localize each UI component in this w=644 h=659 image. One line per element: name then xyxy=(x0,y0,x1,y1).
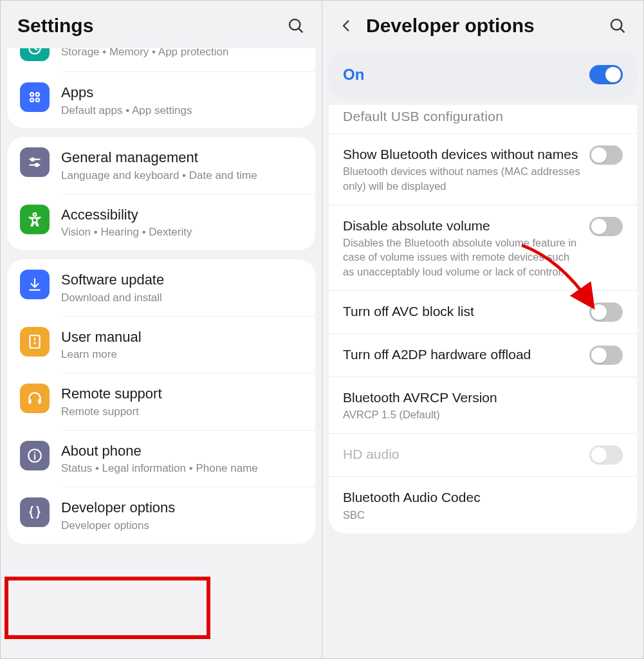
row-text: AccessibilityVision • Hearing • Dexterit… xyxy=(61,205,302,240)
row-text: Remote supportRemote support xyxy=(61,384,302,419)
item-subtitle: Vision • Hearing • Dexterity xyxy=(61,225,302,240)
info-icon xyxy=(20,441,50,470)
option-switch[interactable] xyxy=(589,302,623,322)
option-switch xyxy=(589,445,623,465)
item-title: About phone xyxy=(61,442,302,460)
apps-icon xyxy=(20,82,50,112)
option-avrcp-version[interactable]: Bluetooth AVRCP VersionAVRCP 1.5 (Defaul… xyxy=(329,376,637,434)
option-subtitle: Bluetooth devices without names (MAC add… xyxy=(343,164,580,193)
device-care-icon xyxy=(20,48,50,61)
master-toggle-switch[interactable] xyxy=(589,65,623,84)
svg-point-14 xyxy=(34,342,35,343)
option-bt-no-names[interactable]: Show Bluetooth devices without namesBlue… xyxy=(329,134,637,205)
option-text: Show Bluetooth devices without namesBlue… xyxy=(343,145,580,193)
svg-point-0 xyxy=(290,19,300,30)
settings-item-general-management[interactable]: General managementLanguage and keyboard … xyxy=(7,137,315,193)
settings-item-apps[interactable]: AppsDefault apps • App settings xyxy=(62,71,315,128)
highlight-box xyxy=(5,577,210,639)
back-button[interactable] xyxy=(339,18,358,33)
row-text: General managementLanguage and keyboard … xyxy=(61,147,302,183)
dev-options-header: Developer options xyxy=(322,1,643,48)
search-button[interactable] xyxy=(609,17,627,35)
settings-item-about-phone[interactable]: About phoneStatus • Legal information • … xyxy=(62,430,315,487)
options-section: Default USB configuration Show Bluetooth… xyxy=(329,105,637,534)
settings-item-remote-support[interactable]: Remote supportRemote support xyxy=(62,373,315,429)
option-subtitle: Disables the Bluetooth absolute volume f… xyxy=(343,236,580,279)
option-avc-block-list[interactable]: Turn off AVC block list xyxy=(329,290,637,333)
option-hd-audio: HD audio xyxy=(329,433,637,476)
chevron-left-icon xyxy=(339,18,354,33)
svg-line-21 xyxy=(620,28,624,32)
settings-header: Settings xyxy=(1,1,322,48)
master-toggle-row[interactable]: On xyxy=(329,51,637,98)
svg-point-11 xyxy=(33,213,37,216)
settings-title: Settings xyxy=(17,15,287,37)
option-switch[interactable] xyxy=(589,145,623,165)
row-text: Software updateDownload and install xyxy=(61,270,302,305)
option-switch[interactable] xyxy=(589,346,623,365)
option-text: Turn off A2DP hardware offload xyxy=(343,346,580,363)
option-switch[interactable] xyxy=(589,217,623,236)
svg-rect-15 xyxy=(28,399,31,404)
download-icon xyxy=(20,270,50,299)
cutoff-option-title: Default USB configuration xyxy=(329,105,637,134)
search-icon xyxy=(287,17,305,35)
search-button[interactable] xyxy=(287,17,305,35)
item-subtitle: Learn more xyxy=(61,348,302,362)
option-title: HD audio xyxy=(343,445,580,463)
svg-rect-12 xyxy=(30,335,39,348)
row-text: About phoneStatus • Legal information • … xyxy=(61,441,302,476)
svg-point-20 xyxy=(611,19,621,30)
settings-item-software-update[interactable]: Software updateDownload and install xyxy=(7,259,315,315)
item-subtitle: Language and keyboard • Date and time xyxy=(61,169,302,183)
dev-options-title: Developer options xyxy=(366,15,609,37)
item-title: User manual xyxy=(61,328,302,346)
svg-rect-16 xyxy=(38,399,41,404)
item-subtitle: Developer options xyxy=(61,519,302,534)
option-title: Disable absolute volume xyxy=(343,217,580,234)
item-title: Accessibility xyxy=(61,206,302,224)
item-title: Developer options xyxy=(61,499,302,517)
search-icon xyxy=(609,17,627,35)
row-text: AppsDefault apps • App settings xyxy=(61,82,302,118)
item-title: Software update xyxy=(61,271,302,289)
option-title: Bluetooth AVRCP Version xyxy=(343,389,623,406)
settings-item-developer-options[interactable]: Developer optionsDeveloper options xyxy=(62,487,315,543)
option-text: Turn off AVC block list xyxy=(343,302,580,320)
master-toggle-label: On xyxy=(343,66,589,84)
option-title: Show Bluetooth devices without names xyxy=(343,145,580,163)
option-title: Bluetooth Audio Codec xyxy=(343,488,623,506)
item-title: Apps xyxy=(61,84,302,102)
developer-options-pane: Developer options On Default USB configu… xyxy=(322,1,643,658)
svg-point-5 xyxy=(30,98,33,102)
item-subtitle: Download and install xyxy=(61,291,302,306)
option-bt-audio-codec[interactable]: Bluetooth Audio CodecSBC xyxy=(329,476,637,534)
row-text: Developer optionsDeveloper options xyxy=(61,497,302,533)
svg-point-10 xyxy=(35,164,38,167)
option-subtitle: AVRCP 1.5 (Default) xyxy=(343,407,623,422)
svg-point-19 xyxy=(34,452,35,453)
option-text: Disable absolute volumeDisables the Blue… xyxy=(343,217,580,279)
svg-point-6 xyxy=(36,98,39,102)
settings-section: General managementLanguage and keyboard … xyxy=(7,137,315,250)
item-title: Remote support xyxy=(61,385,302,403)
svg-line-1 xyxy=(299,28,302,32)
settings-pane: Settings Storage • Memory • App protecti… xyxy=(1,1,322,658)
settings-item-user-manual[interactable]: User manualLearn more xyxy=(62,316,315,373)
accessibility-icon xyxy=(20,205,50,234)
settings-item-device-care[interactable]: Storage • Memory • App protection xyxy=(7,48,315,71)
option-title: Turn off A2DP hardware offload xyxy=(343,346,580,363)
option-a2dp-offload[interactable]: Turn off A2DP hardware offload xyxy=(329,333,637,376)
manual-icon xyxy=(20,327,50,357)
option-text: Bluetooth AVRCP VersionAVRCP 1.5 (Defaul… xyxy=(343,389,623,422)
option-disable-abs-volume[interactable]: Disable absolute volumeDisables the Blue… xyxy=(329,205,637,290)
svg-point-3 xyxy=(30,93,33,96)
svg-point-4 xyxy=(36,93,39,96)
item-title: General management xyxy=(61,149,302,167)
settings-item-accessibility[interactable]: AccessibilityVision • Hearing • Dexterit… xyxy=(62,194,315,250)
sliders-icon xyxy=(20,147,50,177)
option-text: HD audio xyxy=(343,445,580,463)
item-subtitle: Status • Legal information • Phone name xyxy=(61,461,302,476)
headset-icon xyxy=(20,384,50,413)
row-text: User manualLearn more xyxy=(61,327,302,362)
